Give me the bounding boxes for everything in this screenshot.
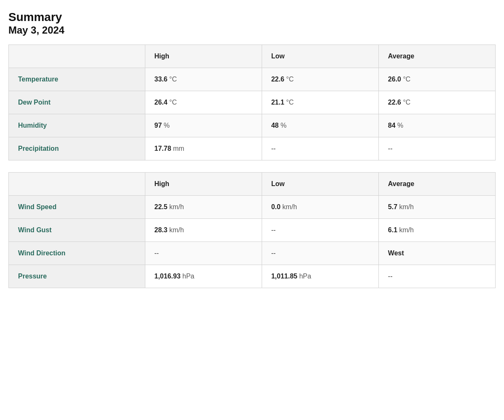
row-average: West xyxy=(378,242,495,265)
row-low: 21.1 °C xyxy=(262,91,378,114)
table-row: Dew Point26.4 °C21.1 °C22.6 °C xyxy=(9,91,496,114)
col-header-low: Low xyxy=(262,45,378,68)
row-average: 26.0 °C xyxy=(378,68,495,91)
col-header-label xyxy=(9,45,145,68)
row-average: 22.6 °C xyxy=(378,91,495,114)
row-high: -- xyxy=(145,242,262,265)
table-row: Pressure1,016.93 hPa1,011.85 hPa-- xyxy=(9,265,496,288)
col-header-high: High xyxy=(145,45,262,68)
row-high: 1,016.93 hPa xyxy=(145,265,262,288)
row-high: 33.6 °C xyxy=(145,68,262,91)
row-low: 1,011.85 hPa xyxy=(262,265,378,288)
table-row: Humidity97 %48 %84 % xyxy=(9,114,496,137)
row-high: 26.4 °C xyxy=(145,91,262,114)
wind-table: High Low Average Wind Speed22.5 km/h0.0 … xyxy=(8,172,496,288)
row-label: Wind Direction xyxy=(9,242,145,265)
row-low: 0.0 km/h xyxy=(262,195,378,218)
row-high: 17.78 mm xyxy=(145,137,262,160)
col-header-label2 xyxy=(9,172,145,195)
row-low: -- xyxy=(262,137,378,160)
weather-table: High Low Average Temperature33.6 °C22.6 … xyxy=(8,45,496,160)
row-label: Dew Point xyxy=(9,91,145,114)
row-average: -- xyxy=(378,265,495,288)
table-row: Wind Speed22.5 km/h0.0 km/h5.7 km/h xyxy=(9,195,496,218)
col-header-average2: Average xyxy=(378,172,495,195)
row-label: Humidity xyxy=(9,114,145,137)
row-low: -- xyxy=(262,218,378,242)
row-low: 48 % xyxy=(262,114,378,137)
page-date: May 3, 2024 xyxy=(8,24,496,36)
row-label: Precipitation xyxy=(9,137,145,160)
row-high: 28.3 km/h xyxy=(145,218,262,242)
row-label: Temperature xyxy=(9,68,145,91)
col-header-high2: High xyxy=(145,172,262,195)
table-row: Wind Gust28.3 km/h--6.1 km/h xyxy=(9,218,496,242)
row-label: Wind Speed xyxy=(9,195,145,218)
row-low: 22.6 °C xyxy=(262,68,378,91)
row-label: Wind Gust xyxy=(9,218,145,242)
row-low: -- xyxy=(262,242,378,265)
row-high: 97 % xyxy=(145,114,262,137)
row-average: -- xyxy=(378,137,495,160)
col-header-low2: Low xyxy=(262,172,378,195)
page-title: Summary xyxy=(8,10,496,24)
row-high: 22.5 km/h xyxy=(145,195,262,218)
table-row: Precipitation17.78 mm---- xyxy=(9,137,496,160)
row-average: 6.1 km/h xyxy=(378,218,495,242)
table-row: Temperature33.6 °C22.6 °C26.0 °C xyxy=(9,68,496,91)
table-row: Wind Direction----West xyxy=(9,242,496,265)
row-average: 84 % xyxy=(378,114,495,137)
row-label: Pressure xyxy=(9,265,145,288)
col-header-average: Average xyxy=(378,45,495,68)
row-average: 5.7 km/h xyxy=(378,195,495,218)
